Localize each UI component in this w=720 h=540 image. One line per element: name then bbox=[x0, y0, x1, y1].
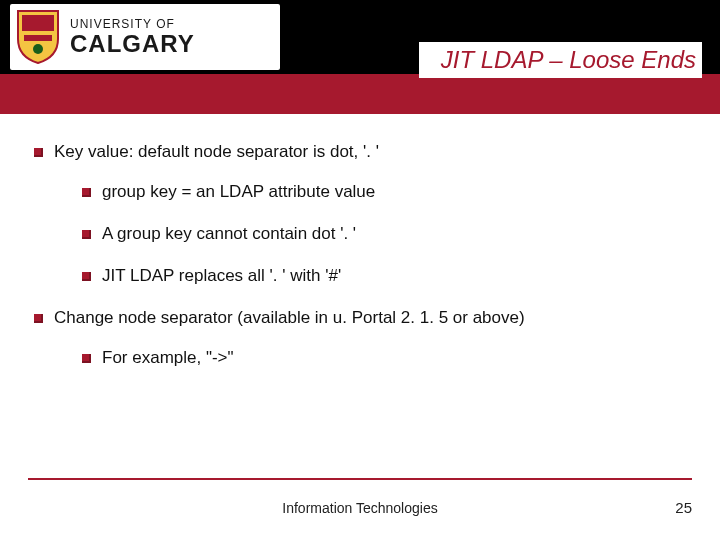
footer-text: Information Technologies bbox=[0, 500, 720, 516]
university-name-bottom: CALGARY bbox=[70, 31, 195, 56]
svg-rect-0 bbox=[22, 15, 54, 31]
university-logo: UNIVERSITY OF CALGARY bbox=[10, 4, 280, 70]
page-number: 25 bbox=[675, 499, 692, 516]
title-bar: JIT LDAP – Loose Ends bbox=[0, 74, 720, 114]
bullet-1-sub-2: A group key cannot contain dot '. ' bbox=[82, 224, 686, 244]
bullet-1-sub-1: group key = an LDAP attribute value bbox=[82, 182, 686, 202]
svg-rect-1 bbox=[24, 35, 52, 41]
slide-title: JIT LDAP – Loose Ends bbox=[419, 42, 702, 78]
footer-rule bbox=[28, 478, 692, 480]
bullet-2-text: Change node separator (available in u. P… bbox=[54, 308, 525, 327]
bullet-1-text: Key value: default node separator is dot… bbox=[54, 142, 379, 161]
university-name-top: UNIVERSITY OF bbox=[70, 18, 195, 31]
bullet-2-sub-1: For example, "->" bbox=[82, 348, 686, 368]
bullet-1-sub-3: JIT LDAP replaces all '. ' with '#' bbox=[82, 266, 686, 286]
university-name: UNIVERSITY OF CALGARY bbox=[70, 18, 195, 56]
bullet-2: Change node separator (available in u. P… bbox=[34, 308, 686, 368]
slide-content: Key value: default node separator is dot… bbox=[0, 114, 720, 368]
bullet-1: Key value: default node separator is dot… bbox=[34, 142, 686, 286]
crest-icon bbox=[14, 9, 62, 65]
svg-point-2 bbox=[33, 44, 43, 54]
